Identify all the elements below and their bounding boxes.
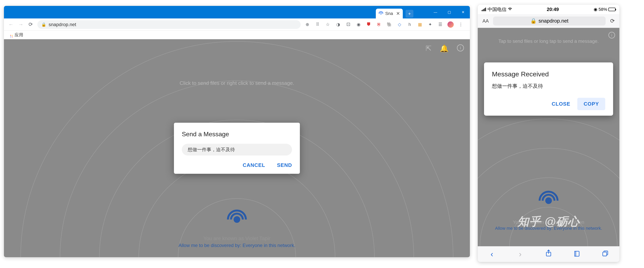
svg-rect-4 (603, 252, 606, 256)
forward-button[interactable]: → (18, 21, 24, 28)
snapdrop-logo-icon (225, 205, 249, 230)
window-close-button[interactable]: ✕ (456, 6, 470, 18)
clip-icon[interactable]: ◇ (396, 21, 402, 28)
clock: 20:49 (547, 7, 559, 12)
baidu-icon[interactable]: ⚀ (345, 21, 352, 28)
window-minimize-button[interactable]: — (428, 6, 442, 18)
battery-icon (608, 8, 616, 11)
svg-point-1 (234, 217, 239, 222)
copy-button[interactable]: COPY (577, 98, 605, 110)
safari-back-button[interactable]: ‹ (487, 250, 497, 259)
send-message-dialog: Send a Message CANCEL SEND (174, 123, 300, 174)
display-name: You are known as Amaranth Wren (478, 220, 620, 225)
discovery-link[interactable]: Allow me to be discovered by: Everyone i… (478, 226, 620, 231)
wifi-icon (508, 7, 512, 12)
location-icon: ◉ (594, 7, 597, 12)
status-right: ◉ 58% (594, 7, 616, 12)
tab-title: Sna (385, 11, 393, 16)
bookmark-bar: 应用 (4, 31, 470, 39)
safari-bookmarks-button[interactable] (572, 250, 582, 259)
shield-icon[interactable]: ⛨ (376, 21, 382, 28)
extensions-row: ⊕ ⠿ ☆ ◑ ⚀ ◉ ⛊ ⛨ 🐘 ◇ h ▦ ✦ ☰ ⋮ (304, 21, 466, 28)
browser-tab[interactable]: Sna ✕ (376, 9, 403, 18)
message-received-dialog: Message Received 想做一件事，迫不及待 CLOSE COPY (484, 62, 613, 116)
evernote-icon[interactable]: 🐘 (386, 21, 392, 28)
safari-forward-button[interactable]: › (515, 250, 525, 259)
picture-icon[interactable]: ▦ (417, 21, 423, 28)
safari-address-bar: AA 🔒 snapdrop.net ⟳ (478, 14, 620, 28)
snapdrop-logo-icon (537, 186, 560, 211)
info-icon[interactable]: i (608, 32, 615, 38)
mobile-page-content: i Tap to send files or long tap to send … (478, 28, 620, 246)
apps-icon[interactable] (8, 33, 12, 37)
install-icon[interactable]: ⇱ (426, 44, 432, 53)
dialog-actions: CLOSE COPY (492, 98, 605, 110)
translate-icon[interactable]: ⠿ (314, 21, 321, 28)
mobile-safari-window: 中国电信 20:49 ◉ 58% AA 🔒 snapdrop.net ⟳ i T (478, 5, 620, 262)
snapdrop-favicon-icon (378, 11, 383, 16)
tampermonkey-icon[interactable]: ◑ (335, 21, 341, 28)
titlebar: Sna ✕ + — ▢ ✕ (4, 6, 470, 18)
footer: You are known as Amaranth Wren Allow me … (478, 220, 620, 231)
footer: You are known as Violet Tapir Allow me t… (4, 235, 470, 248)
display-name: You are known as Violet Tapir (4, 235, 470, 242)
page-content: ⇱ 🔔 i Click to send files or right click… (4, 39, 470, 257)
svg-point-2 (546, 198, 551, 203)
send-button[interactable]: SEND (277, 162, 292, 168)
cancel-button[interactable]: CANCEL (242, 162, 265, 168)
hint-text: Tap to send files or long tap to send a … (478, 38, 620, 44)
reload-icon[interactable]: ⟳ (608, 18, 616, 24)
habr-icon[interactable]: h (406, 21, 413, 28)
safari-url-field[interactable]: 🔒 snapdrop.net (493, 16, 606, 25)
safari-toolbar: ‹ › (478, 246, 620, 262)
plus-circle-icon[interactable]: ⊕ (304, 21, 310, 28)
dialog-message: 想做一件事，迫不及待 (492, 83, 605, 90)
status-left: 中国电信 (482, 6, 512, 12)
extensions-menu-icon[interactable]: ✦ (427, 21, 433, 28)
lock-icon: 🔒 (41, 22, 46, 27)
app-top-icons: ⇱ 🔔 i (426, 44, 464, 53)
ublock-icon[interactable]: ⛊ (366, 21, 372, 28)
safari-share-button[interactable] (544, 249, 554, 259)
reload-button[interactable]: ⟳ (28, 21, 34, 28)
info-icon[interactable]: i (457, 44, 464, 51)
safari-url-text: snapdrop.net (538, 18, 568, 24)
extension-icon[interactable]: ◉ (355, 21, 362, 28)
window-maximize-button[interactable]: ▢ (442, 6, 456, 18)
hint-text: Click to send files or right click to se… (4, 80, 470, 86)
notifications-icon[interactable]: 🔔 (440, 44, 448, 53)
apps-label[interactable]: 应用 (14, 32, 23, 38)
status-bar: 中国电信 20:49 ◉ 58% (478, 5, 620, 14)
address-bar[interactable]: 🔒 snapdrop.net (38, 20, 301, 29)
modal-backdrop[interactable] (478, 28, 620, 246)
tab-close-icon[interactable]: ✕ (396, 11, 400, 16)
browser-toolbar: ← → ⟳ 🔒 snapdrop.net ⊕ ⠿ ☆ ◑ ⚀ ◉ ⛊ ⛨ 🐘 ◇… (4, 18, 470, 31)
svg-point-0 (380, 13, 382, 14)
tab-strip: Sna ✕ + (376, 6, 414, 18)
chrome-menu-icon[interactable]: ⋮ (458, 21, 464, 28)
discovery-link[interactable]: Allow me to be discovered by: Everyone i… (4, 243, 470, 248)
new-tab-button[interactable]: + (406, 10, 414, 18)
dialog-title: Message Received (492, 70, 605, 78)
star-icon[interactable]: ☆ (325, 21, 331, 28)
battery-percent: 58% (598, 7, 607, 12)
dialog-title: Send a Message (182, 131, 292, 138)
signal-icon (482, 8, 486, 11)
profile-avatar[interactable] (448, 21, 454, 28)
desktop-browser-window: Sna ✕ + — ▢ ✕ ← → ⟳ 🔒 snapdrop.net ⊕ ⠿ ☆… (4, 6, 470, 257)
carrier-label: 中国电信 (488, 6, 506, 12)
text-size-button[interactable]: AA (481, 18, 490, 24)
url-text: snapdrop.net (48, 22, 76, 27)
lock-icon: 🔒 (530, 18, 536, 24)
back-button[interactable]: ← (8, 21, 14, 28)
dialog-actions: CANCEL SEND (182, 162, 292, 168)
reading-list-icon[interactable]: ☰ (437, 21, 444, 28)
close-button[interactable]: CLOSE (552, 101, 570, 107)
window-controls: — ▢ ✕ (428, 6, 470, 18)
safari-tabs-button[interactable] (600, 250, 610, 259)
message-input[interactable] (182, 144, 292, 155)
